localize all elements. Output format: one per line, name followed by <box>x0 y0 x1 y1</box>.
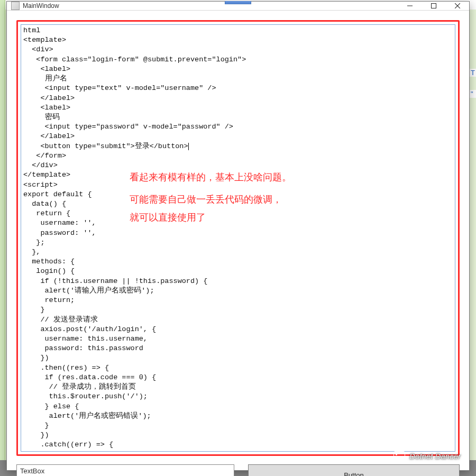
code-line: <script> <box>23 180 453 190</box>
maximize-button[interactable] <box>422 2 445 10</box>
code-line: }) <box>23 431 453 440</box>
code-line: username: '', <box>23 218 453 228</box>
code-line: } <box>23 421 453 431</box>
code-line: }, <box>23 248 453 257</box>
code-line: </label> <box>23 94 453 103</box>
code-line: <input type="password" v-model="password… <box>23 122 453 132</box>
code-line: .then((res) => { <box>23 363 453 373</box>
svg-rect-0 <box>431 4 436 8</box>
code-line: }) <box>23 353 453 363</box>
code-line: login() { <box>23 267 453 276</box>
bottom-textbox[interactable]: TextBox <box>16 464 234 476</box>
background-fragment: " <box>470 90 476 98</box>
code-line: export default { <box>23 190 453 199</box>
code-line: this.$router.push('/'); <box>23 392 453 401</box>
code-line: <label> <box>23 103 453 113</box>
code-line: } <box>23 305 453 315</box>
client-area: html<template> <div> <form class="login-… <box>7 11 469 476</box>
code-line: // 发送登录请求 <box>23 315 453 325</box>
code-line: }; <box>23 238 453 248</box>
code-line: 密码 <box>23 113 453 122</box>
code-line: username: this.username, <box>23 334 453 344</box>
code-line: methods: { <box>23 257 453 267</box>
code-line: if (res.data.code === 0) { <box>23 373 453 382</box>
code-line: 用户名 <box>23 74 453 84</box>
code-line: if (!this.username || !this.password) { <box>23 277 453 286</box>
code-line: return; <box>23 296 453 305</box>
code-line: } else { <box>23 402 453 411</box>
close-button[interactable] <box>445 2 469 10</box>
code-line: alert('请输入用户名或密码'); <box>23 286 453 296</box>
code-line: </div> <box>23 161 453 170</box>
code-line: </template> <box>23 170 453 180</box>
window-title: MainWindow <box>23 2 59 10</box>
code-line: // 登录成功，跳转到首页 <box>23 382 453 392</box>
code-line: axios.post('/auth/login', { <box>23 325 453 334</box>
text-caret <box>188 143 189 150</box>
code-line: </form> <box>23 151 453 161</box>
code-line: data() { <box>23 199 453 209</box>
highlight-frame: html<template> <div> <form class="login-… <box>16 20 460 456</box>
background-fragment: T <box>470 69 476 77</box>
minimize-button[interactable] <box>398 2 422 10</box>
code-line: <div> <box>23 45 453 54</box>
code-line: password: '', <box>23 228 453 238</box>
code-line: html <box>23 26 453 35</box>
code-line: <input type="text" v-model="username" /> <box>23 84 453 93</box>
code-line: <button type="submit">登录</button> <box>23 142 453 151</box>
code-line: <form class="login-form" @submit.prevent… <box>23 55 453 65</box>
code-line: <template> <box>23 35 453 45</box>
app-icon <box>11 2 20 10</box>
code-line: </label> <box>23 132 453 141</box>
code-textbox[interactable]: html<template> <div> <form class="login-… <box>21 24 455 452</box>
code-line: return { <box>23 209 453 218</box>
window-top-grip <box>225 1 251 4</box>
code-line: alert('用户名或密码错误'); <box>23 411 453 421</box>
titlebar[interactable]: MainWindow <box>7 2 469 11</box>
code-line: .catch((err) => { <box>23 440 453 450</box>
main-window: MainWindow html<template> <div> <form cl… <box>6 1 470 471</box>
code-line: <label> <box>23 65 453 74</box>
bottom-button[interactable]: Button <box>248 464 460 476</box>
code-line: password: this.password <box>23 344 453 353</box>
